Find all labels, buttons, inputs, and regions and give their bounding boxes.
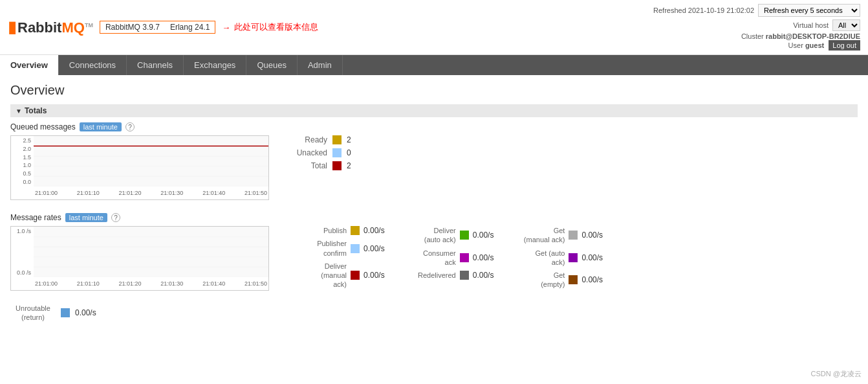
totals-section-header[interactable]: ▼ Totals — [10, 104, 858, 117]
arrow-symbol: → — [222, 23, 230, 32]
publisher-confirm-color — [351, 244, 360, 253]
refresh-select[interactable]: Refresh every 5 seconds Refresh every 10… — [758, 4, 860, 17]
queued-messages-label: Queued messages — [10, 122, 76, 131]
legend-unacked: Unacked 0 — [288, 148, 385, 157]
user-row: User guest Log out — [653, 40, 860, 51]
rx-label-2: 21:01:20 — [119, 280, 142, 287]
deliver-manual-value: 0.00/s — [363, 271, 385, 280]
logo-tm: TM — [85, 22, 93, 28]
page-title: Overview — [10, 83, 858, 98]
consumer-ack-value: 0.00/s — [473, 253, 494, 262]
rates-col-3: Get(manual ack) 0.00/s Get (autoack) 0.0… — [506, 226, 603, 289]
queued-chart-plot — [34, 136, 268, 186]
publish-color — [351, 226, 360, 235]
rate-get-auto: Get (autoack) 0.00/s — [506, 249, 603, 267]
cluster-row: Cluster rabbit@DESKTOP-BR2DIUE — [653, 32, 860, 40]
cluster-label: Cluster — [741, 32, 764, 40]
rx-label-0: 21:01:00 — [35, 280, 58, 287]
rates-help-icon[interactable]: ? — [111, 213, 120, 222]
message-rates-label: Message rates — [10, 213, 61, 222]
unacked-color-box — [332, 148, 342, 157]
y-label-2: 1.5 — [11, 154, 34, 161]
get-empty-color — [569, 275, 578, 284]
nav-item-overview[interactable]: Overview — [0, 55, 59, 75]
triangle-icon: ▼ — [16, 107, 22, 115]
top-right: Refreshed 2021-10-19 21:02:02 Refresh ev… — [653, 4, 860, 51]
rates-charts-row: 1.0 /s 0.0 /s — [10, 226, 858, 291]
annotation-text: 此处可以查看版本信息 — [234, 21, 318, 33]
rate-redelivered: Redelivered 0.00/s — [398, 271, 494, 280]
ry-label-0: 1.0 /s — [11, 228, 34, 234]
message-rates-title: Message rates last minute ? — [10, 213, 858, 222]
ready-label: Ready — [288, 135, 327, 144]
unroutable-value: 0.00/s — [75, 308, 96, 317]
refresh-bar: Refreshed 2021-10-19 21:02:02 Refresh ev… — [653, 4, 860, 17]
nav-item-exchanges[interactable]: Exchanges — [184, 55, 246, 75]
logo-rabbit-text: Rabbit — [17, 19, 61, 36]
publisher-confirm-value: 0.00/s — [363, 244, 385, 253]
queued-charts-row: 2.5 2.0 1.5 1.0 0.5 0.0 — [10, 135, 858, 200]
unroutable-color — [61, 308, 70, 317]
deliver-auto-color — [460, 231, 469, 240]
nav-item-admin[interactable]: Admin — [298, 55, 343, 75]
logo-mq-text: MQ — [61, 19, 84, 36]
version-erlang: Erlang 24.1 — [170, 23, 210, 32]
nav-item-queues[interactable]: Queues — [246, 55, 298, 75]
ry-label-5: 0.0 /s — [11, 269, 34, 276]
rate-deliver-auto: Deliver(auto ack) 0.00/s — [398, 226, 494, 245]
publish-value: 0.00/s — [363, 226, 385, 235]
nav-item-connections[interactable]: Connections — [59, 55, 127, 75]
queued-legend: Ready 2 Unacked 0 Total 2 — [288, 135, 385, 170]
rx-label-5: 21:01:50 — [244, 280, 267, 287]
redelivered-color — [460, 271, 469, 280]
x-label-0: 21:01:00 — [35, 190, 58, 196]
totals-label: Totals — [25, 106, 47, 115]
total-color-box — [332, 161, 342, 170]
rx-label-1: 21:01:10 — [77, 280, 100, 287]
get-manual-color — [569, 231, 578, 240]
y-label-1: 2.0 — [11, 146, 34, 152]
queued-chart-container: 2.5 2.0 1.5 1.0 0.5 0.0 — [10, 135, 269, 200]
top-bar: ▮RabbitMQTM RabbitMQ 3.9.7 Erlang 24.1 →… — [0, 0, 868, 55]
queued-yaxis: 2.5 2.0 1.5 1.0 0.5 0.0 — [11, 136, 34, 186]
deliver-auto-value: 0.00/s — [473, 231, 494, 240]
rates-yaxis: 1.0 /s 0.0 /s — [11, 227, 34, 277]
total-value: 2 — [347, 161, 351, 170]
x-label-1: 21:01:10 — [77, 190, 100, 196]
rx-label-3: 21:01:30 — [160, 280, 183, 287]
rx-label-4: 21:01:40 — [202, 280, 225, 287]
x-label-5: 21:01:50 — [244, 190, 267, 196]
get-manual-value: 0.00/s — [581, 231, 603, 240]
x-label-2: 21:01:20 — [119, 190, 142, 196]
nav-item-channels[interactable]: Channels — [127, 55, 184, 75]
queued-messages-title: Queued messages last minute ? — [10, 122, 858, 131]
user-value: guest — [805, 41, 824, 49]
vhost-select[interactable]: All / — [832, 19, 860, 31]
redelivered-label: Redelivered — [398, 271, 456, 280]
unacked-value: 0 — [347, 148, 351, 157]
rates-badge: last minute — [65, 213, 107, 222]
total-label: Total — [288, 161, 327, 170]
rate-consumer-ack: Consumerack 0.00/s — [398, 249, 494, 267]
rate-publish: Publish 0.00/s — [288, 226, 385, 235]
get-auto-color — [569, 253, 578, 262]
rates-chart-container: 1.0 /s 0.0 /s — [10, 226, 269, 291]
rates-chart-plot — [34, 227, 268, 277]
redelivered-value: 0.00/s — [473, 271, 494, 280]
get-auto-label: Get (autoack) — [506, 249, 565, 267]
version-box: RabbitMQ 3.9.7 Erlang 24.1 — [100, 21, 215, 34]
rate-publisher-confirm: Publisherconfirm 0.00/s — [288, 239, 385, 258]
nav-bar: Overview Connections Channels Exchanges … — [0, 55, 868, 75]
rabbit-icon: ▮ — [8, 18, 16, 36]
logout-button[interactable]: Log out — [829, 40, 860, 51]
y-label-0: 2.5 — [11, 137, 34, 144]
get-empty-label: Get(empty) — [506, 271, 565, 289]
rate-get-manual: Get(manual ack) 0.00/s — [506, 226, 603, 245]
get-empty-value: 0.00/s — [581, 275, 603, 284]
cluster-value: rabbit@DESKTOP-BR2DIUE — [766, 32, 860, 40]
user-label: User — [788, 41, 803, 49]
ready-color-box — [332, 135, 342, 144]
deliver-manual-color — [351, 271, 360, 280]
queued-chart-area: 2.5 2.0 1.5 1.0 0.5 0.0 — [10, 135, 269, 200]
queued-help-icon[interactable]: ? — [125, 122, 135, 131]
